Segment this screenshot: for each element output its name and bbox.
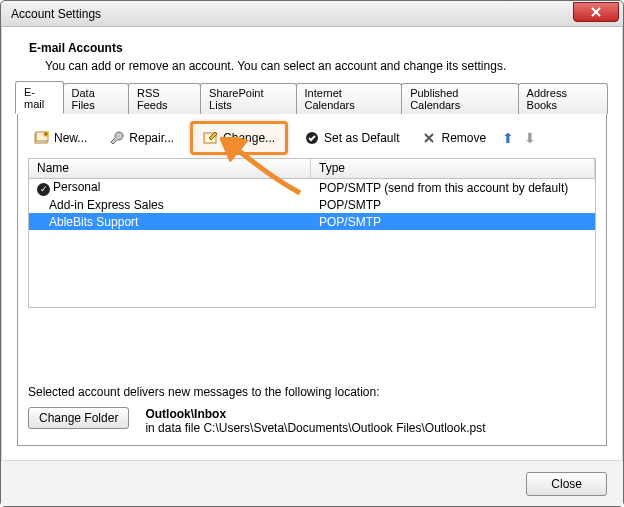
table-row[interactable]: AbleBits Support POP/SMTP	[29, 213, 595, 230]
toolbar: New... Repair... Change...	[28, 124, 596, 158]
cell-name: Add-in Express Sales	[29, 198, 311, 212]
delivery-folder: Outlook\Inbox	[145, 407, 226, 421]
new-label: New...	[54, 131, 87, 145]
tab-data-files[interactable]: Data Files	[63, 83, 130, 114]
tab-address-books[interactable]: Address Books	[518, 83, 608, 114]
tab-rss-feeds[interactable]: RSS Feeds	[128, 83, 201, 114]
tab-sharepoint-lists[interactable]: SharePoint Lists	[200, 83, 296, 114]
tab-internet-calendars[interactable]: Internet Calendars	[296, 83, 403, 114]
repair-account-button[interactable]: Repair...	[103, 127, 180, 149]
email-tab-panel: New... Repair... Change...	[17, 113, 607, 446]
move-down-button[interactable]: ⬇	[524, 130, 536, 146]
cell-type: POP/SMTP	[311, 198, 595, 212]
delivery-path: in data file C:\Users\Sveta\Documents\Ou…	[145, 421, 485, 435]
remove-label: Remove	[441, 131, 486, 145]
table-row[interactable]: ✓Personal POP/SMTP (send from this accou…	[29, 179, 595, 196]
accounts-table: Name Type ✓Personal POP/SMTP (send from …	[28, 158, 596, 308]
close-button[interactable]: Close	[526, 472, 607, 496]
default-check-icon: ✓	[37, 183, 50, 196]
titlebar: Account Settings	[1, 1, 623, 27]
delivery-section: Selected account delivers new messages t…	[28, 385, 596, 435]
window-title: Account Settings	[11, 7, 101, 21]
cell-name: AbleBits Support	[29, 215, 311, 229]
section-subtext: You can add or remove an account. You ca…	[45, 59, 607, 73]
delivery-label: Selected account delivers new messages t…	[28, 385, 596, 399]
check-circle-icon	[304, 130, 320, 146]
change-icon	[203, 130, 219, 146]
set-default-label: Set as Default	[324, 131, 399, 145]
close-icon	[590, 7, 602, 17]
account-settings-window: Account Settings E-mail Accounts You can…	[0, 0, 624, 507]
change-folder-button[interactable]: Change Folder	[28, 407, 129, 429]
move-up-button[interactable]: ⬆	[502, 130, 514, 146]
delivery-text: Outlook\Inbox in data file C:\Users\Svet…	[145, 407, 485, 435]
change-label: Change...	[223, 131, 275, 145]
tab-bar: E-mail Data Files RSS Feeds SharePoint L…	[15, 91, 607, 113]
column-header-name[interactable]: Name	[29, 159, 311, 178]
tab-published-calendars[interactable]: Published Calendars	[401, 83, 518, 114]
remove-icon	[421, 130, 437, 146]
column-header-type[interactable]: Type	[311, 159, 595, 178]
change-account-button[interactable]: Change...	[190, 121, 288, 155]
dialog-footer: Close	[1, 460, 623, 506]
dialog-body: E-mail Accounts You can add or remove an…	[1, 27, 623, 460]
remove-account-button[interactable]: Remove	[415, 127, 492, 149]
repair-icon	[109, 130, 125, 146]
table-row[interactable]: Add-in Express Sales POP/SMTP	[29, 196, 595, 213]
new-icon	[34, 130, 50, 146]
cell-type: POP/SMTP	[311, 215, 595, 229]
cell-type: POP/SMTP (send from this account by defa…	[311, 181, 595, 195]
table-header: Name Type	[29, 159, 595, 179]
window-close-button[interactable]	[573, 2, 619, 22]
new-account-button[interactable]: New...	[28, 127, 93, 149]
set-default-button[interactable]: Set as Default	[298, 127, 405, 149]
repair-label: Repair...	[129, 131, 174, 145]
cell-name: ✓Personal	[29, 180, 311, 195]
tab-email[interactable]: E-mail	[15, 81, 64, 114]
section-heading: E-mail Accounts	[29, 41, 607, 55]
